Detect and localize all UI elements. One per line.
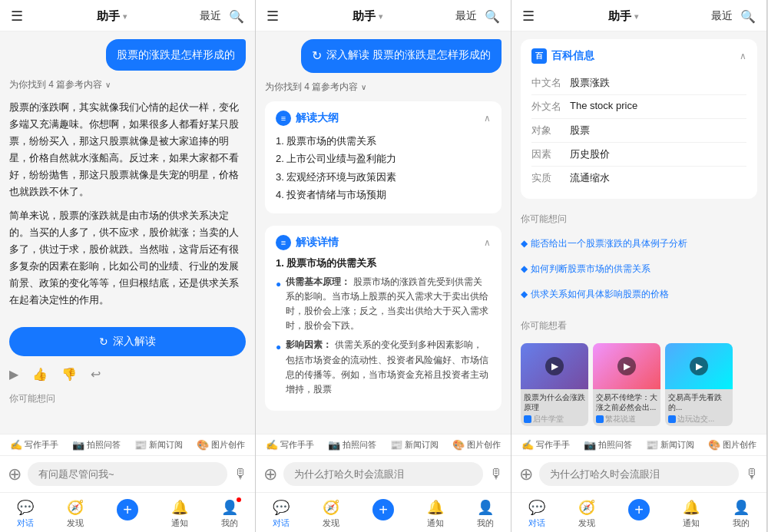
- video-source-2: 边玩边交...: [665, 414, 733, 426]
- deep-read-button[interactable]: ↻ 深入解读: [9, 327, 246, 356]
- header-title-group: 助手 ▾: [353, 9, 382, 24]
- reference-notice-2[interactable]: 为你找到 4 篇参考内容 ∨: [265, 81, 502, 94]
- chat-input-3[interactable]: [539, 462, 739, 486]
- camera-icon: 📷: [584, 439, 596, 451]
- toolbar-image[interactable]: 🎨 图片创作: [708, 439, 756, 451]
- thumbs-down-icon[interactable]: 👎: [61, 367, 77, 382]
- add-icon[interactable]: ⊕: [263, 464, 277, 484]
- add-icon[interactable]: ⊕: [519, 464, 533, 484]
- header-right: 最近 🔍: [200, 9, 244, 24]
- video-card-0[interactable]: ▶ 股票为什么会涨跌原理 启牛学堂: [521, 343, 588, 426]
- nav-tab-plus[interactable]: +: [372, 499, 394, 529]
- plus-button[interactable]: +: [372, 499, 394, 520]
- write-icon: ✍️: [266, 439, 278, 451]
- bottom-toolbar-3: ✍️ 写作手手 📷 拍照问答 📰 新闻订阅 🎨 图片创作: [511, 434, 766, 455]
- art-icon: 🎨: [452, 439, 465, 451]
- video-source-0: 启牛学堂: [521, 414, 588, 426]
- notify-nav-icon: 🔔: [683, 499, 700, 516]
- video-thumb-1: ▶: [593, 343, 660, 389]
- news-icon: 📰: [390, 439, 402, 451]
- toolbar-write[interactable]: ✍️ 写作手手: [10, 439, 58, 451]
- ask-arrow-0: ◆: [521, 236, 528, 251]
- nav-tab-me[interactable]: 👤 我的: [733, 499, 750, 529]
- plus-button[interactable]: +: [117, 499, 138, 520]
- toolbar-news[interactable]: 📰 新闻订阅: [646, 439, 694, 451]
- nav-tab-discover[interactable]: 🧭 发现: [578, 499, 595, 529]
- detail-h3: 1. 股票市场的供需关系: [276, 256, 491, 270]
- nav-tab-notify[interactable]: 🔔 通知: [427, 499, 444, 529]
- bottom-toolbar-1: ✍️ 写作手手 📷 拍照问答 📰 新闻订阅 🎨 图片创作: [0, 434, 255, 455]
- mic-icon[interactable]: 🎙: [233, 466, 247, 482]
- camera-icon: 📷: [328, 439, 340, 451]
- toolbar-write[interactable]: ✍️ 写作手手: [521, 439, 570, 451]
- nav-tab-chat[interactable]: 💬 对话: [273, 499, 290, 529]
- recent-label[interactable]: 最近: [455, 9, 477, 23]
- search-icon[interactable]: 🔍: [485, 9, 500, 24]
- chat-area-2: ↻ 深入解读 股票的涨跌是怎样形成的 为你找到 4 篇参考内容 ∨ ≡ 解读大纲…: [256, 31, 511, 434]
- dropdown-arrow[interactable]: ▾: [123, 12, 127, 21]
- menu-icon[interactable]: ☰: [266, 8, 279, 25]
- outline-item-2: 2. 上市公司业绩与盈利能力: [276, 150, 491, 167]
- baike-row-0: 中文名 股票涨跌: [531, 71, 746, 95]
- nav-tab-plus[interactable]: +: [117, 499, 138, 529]
- toolbar-image[interactable]: 🎨 图片创作: [197, 439, 245, 451]
- nav-tab-plus[interactable]: +: [628, 499, 650, 529]
- toolbar-image[interactable]: 🎨 图片创作: [452, 439, 501, 451]
- toolbar-write[interactable]: ✍️ 写作手手: [266, 439, 314, 451]
- chat-input-1[interactable]: [28, 462, 227, 486]
- menu-icon[interactable]: ☰: [11, 8, 23, 25]
- outline-header: ≡ 解读大纲 ∧: [276, 111, 491, 126]
- plus-button[interactable]: +: [628, 499, 650, 520]
- nav-tab-notify[interactable]: 🔔 通知: [683, 499, 700, 529]
- dropdown-arrow[interactable]: ▾: [379, 12, 382, 21]
- recent-label[interactable]: 最近: [711, 9, 733, 23]
- toolbar-news[interactable]: 📰 新闻订阅: [134, 439, 183, 451]
- nav-tab-chat[interactable]: 💬 对话: [528, 499, 545, 529]
- notify-nav-icon: 🔔: [171, 499, 188, 516]
- toolbar-photo[interactable]: 📷 拍照问答: [72, 439, 121, 451]
- nav-tab-me[interactable]: 👤 我的: [477, 499, 494, 529]
- deep-bubble: ↻ 深入解读 股票的涨跌是怎样形成的: [301, 39, 502, 73]
- outline-item-3: 3. 宏观经济环境与政策因素: [276, 168, 491, 186]
- play-icon[interactable]: ▶: [9, 367, 18, 382]
- recent-label[interactable]: 最近: [200, 9, 221, 23]
- search-icon[interactable]: 🔍: [740, 9, 756, 24]
- maybe-ask-0[interactable]: ◆ 能否给出一个股票涨跌的具体例子分析: [521, 236, 757, 251]
- refresh-icon: ↻: [99, 335, 108, 348]
- nav-tab-notify[interactable]: 🔔 通知: [171, 499, 188, 529]
- video-card-1[interactable]: ▶ 交易不传绝学：大涨之前必然会出... 繁花说道: [593, 343, 660, 426]
- baike-icon: 百: [531, 48, 547, 64]
- nav-tab-discover[interactable]: 🧭 发现: [67, 499, 84, 529]
- bullet-dot-2: ●: [276, 340, 281, 355]
- news-icon: 📰: [134, 439, 147, 451]
- nav-tab-discover[interactable]: 🧭 发现: [323, 499, 339, 529]
- video-card-2[interactable]: ▶ 交易高手先看跌的... 边玩边交...: [665, 343, 733, 426]
- maybe-ask-1[interactable]: ◆ 如何判断股票市场的供需关系: [521, 262, 757, 276]
- maybe-see-label: 你可能想看: [521, 319, 757, 332]
- toolbar-photo[interactable]: 📷 拍照问答: [584, 439, 632, 451]
- chat-input-2[interactable]: [283, 462, 483, 486]
- detail-toggle[interactable]: ∧: [484, 237, 491, 248]
- thumbs-up-icon[interactable]: 👍: [32, 367, 48, 382]
- chat-nav-icon: 💬: [273, 499, 290, 516]
- outline-toggle[interactable]: ∧: [484, 113, 491, 124]
- dropdown-arrow[interactable]: ▾: [634, 12, 638, 21]
- video-title-2: 交易高手先看跌的...: [665, 389, 733, 414]
- toolbar-photo[interactable]: 📷 拍照问答: [328, 439, 376, 451]
- reply-icon[interactable]: ↩: [91, 367, 101, 382]
- maybe-ask-2[interactable]: ◆ 供求关系如何具体影响股票的价格: [521, 287, 757, 302]
- baike-row-3: 因素 历史股价: [531, 143, 746, 167]
- ask-arrow-1: ◆: [521, 262, 528, 276]
- search-icon[interactable]: 🔍: [229, 9, 244, 24]
- toolbar-news[interactable]: 📰 新闻订阅: [390, 439, 439, 451]
- add-icon[interactable]: ⊕: [8, 464, 22, 484]
- baike-toggle[interactable]: ∧: [740, 51, 746, 61]
- outline-title: ≡ 解读大纲: [276, 111, 339, 126]
- bot-response-1: 股票的涨跌啊，其实就像我们心情的起伏一样，变化多端又充满趣味。你想啊，如果很多人…: [9, 99, 246, 315]
- mic-icon[interactable]: 🎙: [489, 466, 503, 482]
- mic-icon[interactable]: 🎙: [745, 466, 759, 482]
- reference-notice-1[interactable]: 为你找到 4 篇参考内容 ∨: [9, 78, 246, 91]
- nav-tab-chat[interactable]: 💬 对话: [17, 499, 34, 529]
- nav-tab-me[interactable]: 👤 我的: [221, 499, 238, 529]
- menu-icon[interactable]: ☰: [522, 8, 535, 25]
